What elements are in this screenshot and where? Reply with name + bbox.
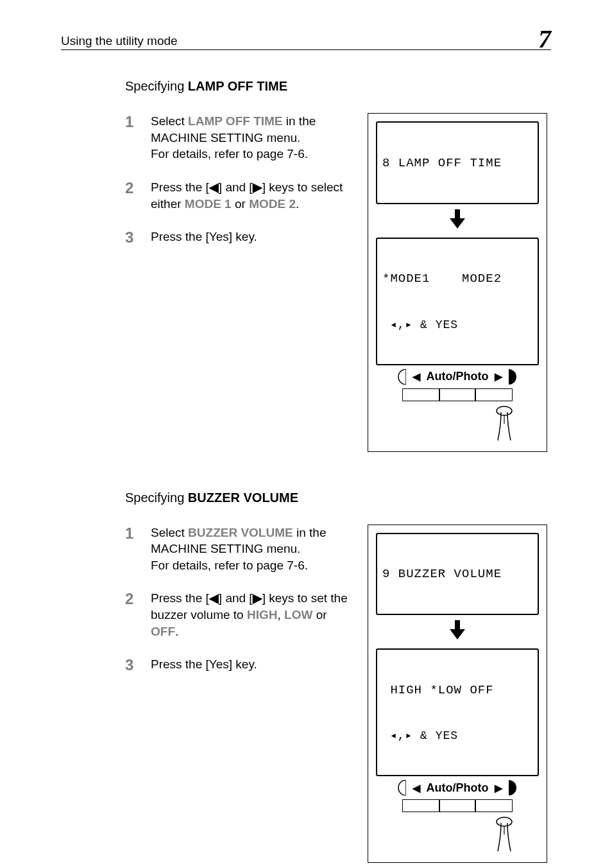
lcd-screen-1: 9 BUZZER VOLUME <box>376 533 539 616</box>
step-text: ◀ <box>209 591 219 605</box>
step: 2Press the [◀] and [▶] keys to set the b… <box>125 590 356 639</box>
lcd-line: ◂,▸ & YES <box>382 729 532 743</box>
half-circle-right-icon <box>509 780 518 795</box>
auto-photo-control: ◀ Auto/Photo ▶ <box>376 369 539 446</box>
right-arrow-icon: ▶ <box>495 370 502 383</box>
heading-bold: LAMP OFF TIME <box>188 79 287 93</box>
finger-press-icon <box>489 817 520 860</box>
step: 3Press the [Yes] key. <box>125 656 356 673</box>
bar-tick <box>475 389 476 401</box>
step-text: Press the [Yes] key. <box>151 230 257 243</box>
half-circle-left-icon <box>397 780 406 795</box>
step-number: 3 <box>125 229 138 245</box>
svg-marker-1 <box>450 218 465 229</box>
figure-panel: 8 LAMP OFF TIME *MODE1 MODE2 ◂,▸ & YES <box>368 113 547 452</box>
steps-list: 1Select LAMP OFF TIME in the MACHINE SET… <box>125 113 356 262</box>
lcd-screen-2: *MODE1 MODE2 ◂,▸ & YES <box>376 238 539 365</box>
bar-tick <box>439 389 440 401</box>
left-arrow-icon: ◀ <box>412 782 420 794</box>
lcd-screen-2: HIGH *LOW OFF ◂,▸ & YES <box>376 648 539 776</box>
step-text: MODE 2 <box>249 197 296 211</box>
auto-photo-label: Auto/Photo <box>427 781 489 795</box>
step-text: . <box>296 197 299 211</box>
chapter-number: 7 <box>538 26 551 52</box>
chapter-number-shadow <box>552 17 581 31</box>
steps-list: 1Select BUZZER VOLUME in the MACHINE SET… <box>125 525 356 690</box>
step: 1Select LAMP OFF TIME in the MACHINE SET… <box>125 113 356 162</box>
heading-light: Specifying <box>125 490 188 505</box>
step-text: ] and [ <box>219 180 253 194</box>
step-number: 2 <box>125 179 138 212</box>
step-text: ▶ <box>253 591 262 605</box>
running-title: Using the utility mode <box>61 34 178 48</box>
lcd-line: 8 LAMP OFF TIME <box>382 156 532 171</box>
svg-rect-0 <box>455 209 460 218</box>
svg-point-5 <box>497 817 512 826</box>
section-buzzer-volume: Specifying BUZZER VOLUME 1Select BUZZER … <box>125 490 551 864</box>
figure-panel: 9 BUZZER VOLUME HIGH *LOW OFF ◂,▸ & YES <box>368 525 547 864</box>
step-text: ◀ <box>209 180 219 194</box>
auto-photo-label: Auto/Photo <box>427 370 489 383</box>
step-text: Press the [Yes] key. <box>151 657 257 671</box>
step-text: ] and [ <box>219 591 253 605</box>
bar-tick <box>439 800 440 812</box>
section-heading: Specifying BUZZER VOLUME <box>125 490 551 505</box>
step-text: HIGH <box>247 608 278 621</box>
bar-tick <box>475 800 476 812</box>
step-text: Select <box>151 526 188 539</box>
step: 2Press the [◀] and [▶] keys to select ei… <box>125 179 356 212</box>
step-text: MODE 1 <box>185 197 232 211</box>
lcd-screen-1: 8 LAMP OFF TIME <box>376 121 539 204</box>
step-body: Select LAMP OFF TIME in the MACHINE SETT… <box>151 113 356 162</box>
down-arrow-icon <box>376 208 539 234</box>
step-number: 2 <box>125 590 138 639</box>
down-arrow-icon <box>376 619 539 645</box>
step: 1Select BUZZER VOLUME in the MACHINE SET… <box>125 525 356 574</box>
step-number: 3 <box>125 656 138 673</box>
step-text: Press the [ <box>151 180 209 194</box>
lcd-line: ◂,▸ & YES <box>382 318 532 333</box>
step-text: or <box>232 197 249 211</box>
segmented-bar <box>402 799 513 812</box>
right-arrow-icon: ▶ <box>495 782 502 794</box>
step-text: . <box>175 625 178 638</box>
step-text: OFF <box>151 625 175 638</box>
step-text: Press the [ <box>151 591 209 605</box>
lcd-line: 9 BUZZER VOLUME <box>382 567 532 582</box>
step-body: Select BUZZER VOLUME in the MACHINE SETT… <box>151 525 356 574</box>
step: 3Press the [Yes] key. <box>125 229 356 245</box>
left-arrow-icon: ◀ <box>412 370 420 383</box>
svg-rect-3 <box>455 620 460 629</box>
step-body: Press the [Yes] key. <box>151 229 356 245</box>
segmented-bar <box>402 388 513 401</box>
step-text: LAMP OFF TIME <box>188 114 282 128</box>
svg-point-2 <box>497 406 512 415</box>
step-text: ▶ <box>253 180 262 194</box>
step-body: Press the [Yes] key. <box>151 656 356 673</box>
half-circle-left-icon <box>397 369 406 385</box>
section-heading: Specifying LAMP OFF TIME <box>125 79 551 94</box>
running-header: Using the utility mode 7 <box>61 22 551 50</box>
svg-marker-4 <box>450 629 465 639</box>
step-body: Press the [◀] and [▶] keys to select eit… <box>151 179 356 212</box>
step-text: Select <box>151 114 188 128</box>
heading-bold: BUZZER VOLUME <box>188 490 298 505</box>
step-text: or <box>312 608 327 621</box>
auto-photo-control: ◀ Auto/Photo ▶ <box>376 780 539 857</box>
lcd-line: *MODE1 MODE2 <box>382 272 532 287</box>
half-circle-right-icon <box>509 369 518 385</box>
step-number: 1 <box>125 525 138 574</box>
step-text: LOW <box>284 608 312 621</box>
step-number: 1 <box>125 113 138 162</box>
step-text: , <box>277 608 284 621</box>
lcd-line: HIGH *LOW OFF <box>382 683 532 699</box>
heading-light: Specifying <box>125 79 188 93</box>
step-body: Press the [◀] and [▶] keys to set the bu… <box>151 590 356 639</box>
step-text: BUZZER VOLUME <box>188 526 293 539</box>
finger-press-icon <box>489 406 520 449</box>
section-lamp-off-time: Specifying LAMP OFF TIME 1Select LAMP OF… <box>125 79 551 452</box>
